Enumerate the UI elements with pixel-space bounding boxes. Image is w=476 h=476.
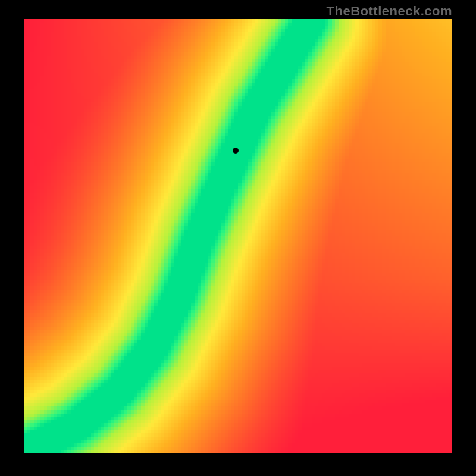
watermark-text: TheBottleneck.com [327, 4, 452, 19]
heatmap-plot [24, 19, 452, 453]
heatmap-canvas [24, 19, 452, 453]
chart-frame: TheBottleneck.com [0, 0, 476, 476]
